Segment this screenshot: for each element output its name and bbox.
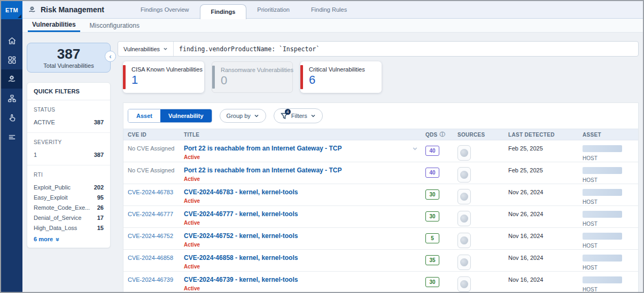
- quick-filter-item[interactable]: High_Data_Loss 15: [34, 223, 104, 233]
- sidebar-item-risk-management[interactable]: [1, 69, 22, 89]
- stat-card[interactable]: Critical Vulnerabilities 6: [300, 61, 382, 93]
- quick-filter-item[interactable]: 1 387: [34, 149, 104, 160]
- filter-label: 1: [34, 152, 37, 158]
- asset-name-redacted: [583, 255, 622, 262]
- filters-dropdown[interactable]: 4 Filters: [274, 108, 323, 123]
- cve-id-cell[interactable]: CVE-2024-46777: [128, 206, 184, 227]
- stat-card[interactable]: CISA Known Vulnerabilities 1: [123, 61, 204, 93]
- sidebar-item-home[interactable]: [1, 31, 22, 50]
- asset-cell[interactable]: HOST: [575, 140, 634, 162]
- quick-filter-item[interactable]: Remote_Code_Exe... 26: [34, 202, 104, 212]
- tab-findings[interactable]: Findings: [200, 4, 247, 19]
- quick-filter-section-severity: SEVERITY 1 387: [27, 132, 110, 165]
- cve-id-cell[interactable]: CVE-2024-46858: [128, 250, 184, 271]
- source-button[interactable]: [457, 145, 471, 161]
- stat-card[interactable]: Ransomware Vulnerabilities 0: [212, 61, 293, 93]
- source-button[interactable]: [457, 276, 471, 292]
- asset-type-label: HOST: [583, 199, 634, 205]
- sidebar-item-settings[interactable]: [1, 127, 22, 146]
- sources-cell: [457, 206, 508, 227]
- asset-name-redacted: [583, 189, 622, 196]
- quick-filter-item[interactable]: Exploit_Public 202: [34, 182, 104, 192]
- asset-cell[interactable]: HOST: [575, 250, 634, 271]
- toggle-vulnerability[interactable]: Vulnerability: [160, 109, 212, 122]
- search-scope-dropdown[interactable]: Vulnerabilities: [118, 42, 174, 56]
- group-by-dropdown[interactable]: Group by: [220, 109, 266, 123]
- asset-type-label: HOST: [583, 155, 634, 161]
- source-button[interactable]: [457, 189, 471, 204]
- finding-title-link[interactable]: CVE-2024-46858 - kernel, kernel-tools: [184, 255, 404, 262]
- finding-row[interactable]: CVE-2024-46783 CVE-2024-46783 - kernel, …: [123, 184, 638, 206]
- sidebar-item-response[interactable]: [1, 108, 22, 127]
- finding-title-link[interactable]: CVE-2024-46752 - kernel, kernel-tools: [184, 233, 404, 240]
- qds-score-badge[interactable]: 40: [425, 168, 439, 178]
- asset-cell[interactable]: HOST: [575, 206, 634, 227]
- asset-type-label: HOST: [583, 221, 634, 227]
- asset-cell[interactable]: HOST: [575, 272, 634, 293]
- finding-title-link[interactable]: Port 22 is reachable from an Internet Ga…: [184, 167, 404, 174]
- stat-card-label: Ransomware Vulnerabilities: [221, 67, 286, 73]
- sidebar-item-dashboard[interactable]: [1, 50, 22, 69]
- source-button[interactable]: [457, 211, 471, 226]
- collapse-panel-button[interactable]: ‹: [105, 51, 116, 62]
- finding-status: Active: [184, 220, 404, 226]
- subtab-vulnerabilities[interactable]: Vulnerabilities: [28, 19, 80, 32]
- qds-score-badge[interactable]: 30: [425, 211, 439, 221]
- qds-score-badge[interactable]: 30: [425, 189, 439, 200]
- filters-count-badge: 4: [285, 109, 291, 115]
- table-body: No CVE Assigned Port 22 is reachable fro…: [123, 140, 638, 293]
- show-more-filters-link[interactable]: 6 more: [34, 236, 104, 242]
- cve-id-cell[interactable]: CVE-2024-46739: [128, 272, 184, 293]
- page-title: Risk Management: [41, 5, 104, 14]
- qds-score-badge[interactable]: 40: [425, 146, 439, 156]
- finding-title-link[interactable]: CVE-2024-46783 - kernel, kernel-tools: [184, 189, 404, 196]
- qds-cell: 40: [425, 140, 457, 162]
- total-vulnerabilities-card[interactable]: 387 Total Vulnerabilities: [27, 43, 111, 73]
- expand-row-chevron-icon[interactable]: [412, 146, 418, 153]
- search-query-input[interactable]: [174, 45, 638, 53]
- toggle-asset[interactable]: Asset: [128, 109, 160, 122]
- filter-count: 387: [94, 119, 104, 125]
- last-detected-cell: Nov 16, 2024: [508, 250, 575, 271]
- asset-cell[interactable]: HOST: [575, 228, 634, 249]
- finding-row[interactable]: No CVE Assigned Port 22 is reachable fro…: [123, 162, 638, 184]
- finding-row[interactable]: CVE-2024-46858 CVE-2024-46858 - kernel, …: [123, 250, 638, 272]
- finding-row[interactable]: CVE-2024-46752 CVE-2024-46752 - kernel, …: [123, 228, 638, 250]
- cve-id-cell[interactable]: CVE-2024-46752: [128, 228, 184, 249]
- finding-title-link[interactable]: CVE-2024-46739 - kernel, kernel-tools: [184, 276, 404, 283]
- finding-row[interactable]: CVE-2024-46777 CVE-2024-46777 - kernel, …: [123, 206, 638, 228]
- qds-score-badge[interactable]: 5: [425, 233, 439, 243]
- qds-info-icon[interactable]: ⓘ: [440, 131, 445, 138]
- tab-prioritization[interactable]: Prioritization: [246, 1, 300, 19]
- finding-title-link[interactable]: Port 22 is reachable from an Internet Ga…: [184, 145, 404, 152]
- asset-cell[interactable]: HOST: [575, 162, 634, 184]
- quick-filter-item[interactable]: Denial_of_Service 17: [34, 212, 104, 223]
- cve-id-cell[interactable]: No CVE Assigned: [128, 162, 184, 184]
- column-cve-id: CVE ID: [128, 132, 184, 138]
- group-by-label: Group by: [227, 113, 251, 119]
- qds-score-badge[interactable]: 30: [425, 277, 439, 287]
- cve-id-cell[interactable]: No CVE Assigned: [128, 140, 184, 162]
- finding-title-link[interactable]: CVE-2024-46777 - kernel, kernel-tools: [184, 211, 404, 218]
- qds-score-badge[interactable]: 35: [425, 255, 439, 265]
- etm-logo[interactable]: ETM: [1, 1, 22, 19]
- filter-label: Exploit_Public: [34, 184, 71, 191]
- sidebar-item-network[interactable]: [1, 89, 22, 108]
- finding-row[interactable]: CVE-2024-46739 CVE-2024-46739 - kernel, …: [123, 272, 638, 293]
- filter-count: 387: [94, 152, 104, 158]
- tab-findings-overview[interactable]: Findings Overview: [130, 1, 199, 19]
- quick-filter-item[interactable]: ACTIVE 387: [34, 117, 104, 127]
- source-button[interactable]: [457, 167, 471, 183]
- asset-cell[interactable]: HOST: [575, 184, 634, 205]
- quick-filter-item[interactable]: Easy_Exploit 95: [34, 192, 104, 202]
- sources-cell: [457, 250, 508, 271]
- subtab-misconfigurations[interactable]: Misconfigurations: [86, 19, 144, 32]
- finding-row[interactable]: No CVE Assigned Port 22 is reachable fro…: [123, 140, 638, 162]
- findings-table-panel: Asset Vulnerability Group by 4 Filters: [123, 102, 639, 292]
- source-button[interactable]: [457, 255, 471, 270]
- cve-id-cell[interactable]: CVE-2024-46783: [128, 184, 184, 205]
- logo-fold-icon: [18, 14, 21, 18]
- tab-finding-rules[interactable]: Finding Rules: [300, 1, 358, 19]
- filter-label: ACTIVE: [34, 119, 55, 125]
- source-button[interactable]: [457, 233, 471, 248]
